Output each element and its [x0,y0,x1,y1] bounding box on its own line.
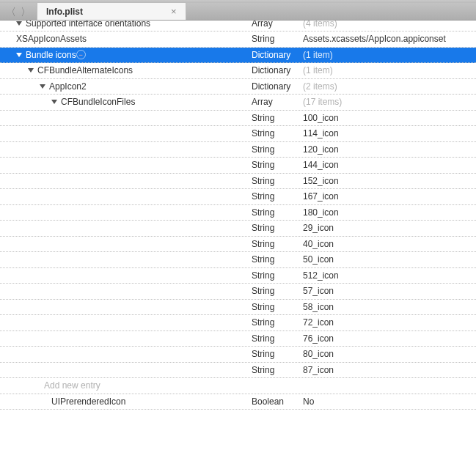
table-row[interactable]: String40_icon [0,237,476,253]
tab-bar: 〈 〉 Info.plist × [0,3,476,21]
value-cell[interactable]: (1 item) [303,65,476,75]
type-cell[interactable]: String [252,254,303,265]
value-cell[interactable]: 87_icon [303,365,476,375]
tab-info-plist[interactable]: Info.plist × [37,3,186,20]
value-cell[interactable]: 72_icon [303,317,476,328]
type-cell[interactable]: Dictionary [252,81,303,92]
key-cell[interactable]: Supported interface orientations [4,21,252,29]
type-cell[interactable]: String [252,286,303,296]
value-cell[interactable]: Assets.xcassets/AppIcon.appiconset [303,34,476,44]
table-row[interactable]: String80_icon [0,347,476,363]
table-row[interactable]: CFBundleAlternateIconsDictionary(1 item) [0,63,476,79]
value-cell[interactable]: 40_icon [303,239,476,249]
key-cell[interactable]: CFBundleIconFiles [4,97,252,107]
table-row[interactable]: Add new entry [0,378,476,394]
key-cell[interactable]: AppIcon2 [4,81,252,92]
type-cell[interactable]: String [252,223,303,233]
value-cell[interactable]: 29_icon [303,223,476,233]
value-cell[interactable]: (17 items) [303,97,476,107]
key-cell[interactable]: XSAppIconAssets [4,34,252,44]
type-cell[interactable]: String [252,349,303,359]
table-row[interactable]: String152_icon [0,174,476,190]
tab-title: Info.plist [46,7,83,17]
type-cell[interactable]: String [252,317,303,328]
key-label: Supported interface orientations [26,21,150,29]
table-row[interactable]: String180_icon [0,205,476,221]
disclosure-triangle-icon[interactable] [40,84,45,89]
table-row[interactable]: Supported interface orientationsArray(4 … [0,21,476,32]
type-cell[interactable]: String [252,270,303,281]
value-cell[interactable]: 152_icon [303,176,476,186]
value-cell[interactable]: 57_icon [303,286,476,296]
table-row[interactable]: String120_icon [0,142,476,158]
disclosure-triangle-icon[interactable] [16,53,22,57]
add-entry-label: Add new entry [44,380,100,391]
remove-icon[interactable]: − [76,50,86,59]
type-cell[interactable]: String [252,239,303,249]
value-cell[interactable]: 120_icon [303,144,476,155]
disclosure-triangle-icon[interactable] [16,21,22,26]
close-icon[interactable]: × [171,6,177,17]
type-cell[interactable]: String [252,365,303,375]
table-row[interactable]: String512_icon [0,268,476,284]
type-cell[interactable]: String [252,113,303,123]
table-row[interactable]: String144_icon [0,158,476,174]
key-cell[interactable]: UIPrerenderedIcon [4,396,252,407]
type-cell[interactable]: String [252,302,303,312]
disclosure-triangle-icon[interactable] [28,68,34,73]
type-cell[interactable]: String [252,176,303,186]
table-row[interactable]: String29_icon [0,221,476,237]
value-cell[interactable]: 167_icon [303,191,476,202]
value-cell[interactable]: 114_icon [303,128,476,138]
table-row[interactable]: AppIcon2Dictionary(2 items) [0,79,476,95]
type-cell[interactable]: String [252,34,303,44]
key-cell[interactable]: CFBundleAlternateIcons [4,65,252,75]
table-row[interactable]: String50_icon [0,252,476,268]
nav-back-icon[interactable]: 〈 [6,7,16,17]
type-cell[interactable]: Dictionary [252,50,303,60]
nav-forward-icon[interactable]: 〉 [21,7,31,17]
value-cell[interactable]: 100_icon [303,113,476,123]
value-cell[interactable]: 76_icon [303,333,476,344]
value-cell[interactable]: (1 item) [303,50,476,60]
type-cell[interactable]: Array [252,97,303,107]
type-cell[interactable]: String [252,333,303,344]
table-row[interactable]: String114_icon [0,126,476,142]
key-cell[interactable]: Bundle icons− [4,50,252,60]
key-label: XSAppIconAssets [16,34,87,44]
value-cell[interactable]: 512_icon [303,270,476,281]
table-row[interactable]: String167_icon [0,189,476,205]
table-row[interactable]: String87_icon [0,363,476,379]
disclosure-triangle-icon[interactable] [51,100,57,104]
plist-table: Supported interface orientationsArray(4 … [0,21,476,410]
type-cell[interactable]: String [252,160,303,170]
table-row[interactable]: Bundle icons−Dictionary(1 item) [0,48,476,64]
type-cell[interactable]: Array [252,21,303,29]
key-label: UIPrerenderedIcon [51,396,125,407]
table-row[interactable]: XSAppIconAssetsStringAssets.xcassets/App… [0,32,476,48]
value-cell[interactable]: 144_icon [303,160,476,170]
table-row[interactable]: String57_icon [0,284,476,300]
type-cell[interactable]: String [252,207,303,218]
table-row[interactable]: String100_icon [0,111,476,127]
type-cell[interactable]: Dictionary [252,65,303,75]
table-row[interactable]: String72_icon [0,315,476,331]
value-cell[interactable]: (4 items) [303,21,476,29]
value-cell[interactable]: 180_icon [303,207,476,218]
table-row[interactable]: UIPrerenderedIconBooleanNo [0,394,476,410]
key-cell[interactable]: Add new entry [4,380,252,391]
value-cell[interactable]: (2 items) [303,81,476,92]
table-row[interactable]: CFBundleIconFilesArray(17 items) [0,95,476,111]
table-row[interactable]: String76_icon [0,331,476,347]
table-row[interactable]: String58_icon [0,300,476,316]
value-cell[interactable]: No [303,396,476,407]
value-cell[interactable]: 58_icon [303,302,476,312]
key-label: CFBundleAlternateIcons [37,65,133,75]
type-cell[interactable]: String [252,191,303,202]
value-cell[interactable]: 80_icon [303,349,476,359]
type-cell[interactable]: String [252,128,303,138]
type-cell[interactable]: Boolean [252,396,303,407]
key-label: CFBundleIconFiles [61,97,135,107]
value-cell[interactable]: 50_icon [303,254,476,265]
type-cell[interactable]: String [252,144,303,155]
